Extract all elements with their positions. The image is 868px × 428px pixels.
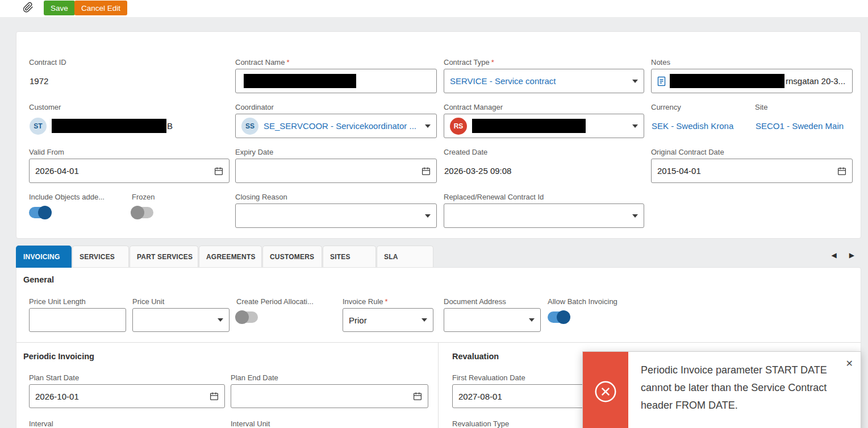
price-unit-length-field-group: Price Unit Length: [29, 297, 126, 332]
contract-manager-avatar: RS: [450, 118, 467, 135]
currency-link[interactable]: SEK - Swedish Krona: [652, 121, 741, 131]
replaced-renewal-select[interactable]: [444, 203, 644, 228]
redacted-contract-name: [244, 74, 356, 88]
close-icon[interactable]: ✕: [846, 358, 853, 369]
toggle-knob: [38, 206, 52, 219]
plan-start-date-field-group: Plan Start Date 2026-10-01: [29, 373, 225, 408]
closing-reason-select[interactable]: [235, 203, 437, 228]
price-unit-length-input[interactable]: [29, 308, 126, 332]
contract-type-label: Contract Type*: [444, 58, 644, 67]
chevron-down-icon: [425, 124, 431, 128]
panel-divider: [438, 342, 439, 428]
contract-type-value: SERVICE - Service contract: [450, 76, 628, 86]
contract-id-label: Contract ID: [29, 58, 222, 67]
price-unit-field-group: Price Unit: [132, 297, 229, 332]
calendar-icon[interactable]: [413, 392, 422, 401]
toast-message: Periodic Invoice parameter START DATE ca…: [641, 352, 828, 428]
site-label: Site: [755, 103, 853, 112]
contract-id-value-wrap: 1972: [29, 69, 222, 93]
create-period-allocation-label: Create Period Allocati...: [236, 297, 327, 306]
paperclip-icon[interactable]: [23, 2, 34, 13]
tab-agreements[interactable]: AGREEMENTS: [199, 246, 262, 267]
notes-input[interactable]: rnsgatan 20-3...: [651, 69, 853, 93]
allow-batch-invoicing-label: Allow Batch Invoicing: [548, 297, 639, 306]
document-address-label: Document Address: [444, 297, 541, 306]
notes-label: Notes: [651, 58, 853, 67]
valid-from-date-input[interactable]: 2026-04-01: [29, 159, 229, 183]
price-unit-select[interactable]: [132, 308, 229, 332]
price-unit-length-label: Price Unit Length: [29, 297, 126, 306]
allow-batch-invoicing-field-group: Allow Batch Invoicing: [548, 297, 639, 323]
expiry-date-input[interactable]: [235, 159, 437, 183]
expiry-date-label: Expiry Date: [235, 148, 437, 157]
error-strip: [583, 352, 628, 428]
original-contract-date-value: 2015-04-01: [657, 166, 833, 176]
frozen-toggle[interactable]: [132, 207, 153, 218]
created-date-label: Created Date: [444, 148, 644, 157]
revaluation-type-label: Revaluation Type: [452, 419, 509, 428]
calendar-icon[interactable]: [837, 167, 846, 176]
site-link[interactable]: SECO1 - Sweden Main ...: [756, 121, 846, 131]
tab-sites[interactable]: SITES: [323, 246, 376, 267]
tab-services[interactable]: SERVICES: [72, 246, 129, 267]
closing-reason-field-group: Closing Reason: [235, 193, 437, 228]
tab-sla[interactable]: SLA: [377, 246, 433, 267]
note-document-icon: [657, 76, 666, 86]
created-date-value: 2026-03-25 09:08: [444, 166, 638, 176]
coordinator-value: SE_SERVCOOR - Servicekoordinator ...: [264, 121, 420, 131]
tab-bar: INVOICING SERVICES PART SERVICES AGREEME…: [16, 246, 861, 267]
coordinator-select[interactable]: SS SE_SERVCOOR - Servicekoordinator ...: [235, 114, 437, 138]
calendar-icon[interactable]: [210, 392, 219, 401]
customer-label: Customer: [29, 103, 222, 112]
contract-type-field-group: Contract Type* SERVICE - Service contrac…: [444, 58, 644, 93]
tab-scroll-right-icon[interactable]: ▶: [849, 251, 854, 259]
tab-label: SLA: [384, 253, 398, 261]
expiry-date-field-group: Expiry Date: [235, 148, 437, 183]
contract-name-input[interactable]: [235, 69, 437, 93]
save-button[interactable]: Save: [44, 1, 75, 15]
frozen-field-group: Frozen: [132, 193, 200, 218]
contract-id-field-group: Contract ID 1972: [29, 58, 222, 93]
plan-start-date-input[interactable]: 2026-10-01: [29, 384, 225, 408]
calendar-icon[interactable]: [214, 167, 223, 176]
plan-end-date-input[interactable]: [231, 384, 428, 408]
create-period-allocation-field-group: Create Period Allocati...: [236, 297, 327, 323]
customer-visible-text: B: [167, 121, 173, 131]
contract-name-field-group: Contract Name*: [235, 58, 437, 93]
currency-field-group: Currency SEK - Swedish Krona: [651, 103, 748, 138]
cancel-edit-button[interactable]: Cancel Edit: [74, 1, 127, 15]
chevron-down-icon: [632, 214, 638, 218]
include-objects-toggle[interactable]: [29, 207, 51, 218]
tab-customers[interactable]: CUSTOMERS: [262, 246, 322, 267]
create-period-allocation-toggle[interactable]: [236, 311, 258, 323]
original-contract-date-input[interactable]: 2015-04-01: [651, 159, 853, 183]
chevron-down-icon: [529, 318, 535, 322]
original-contract-date-label: Original Contract Date: [651, 148, 853, 157]
document-address-select[interactable]: [444, 308, 541, 332]
price-unit-label: Price Unit: [132, 297, 229, 306]
contract-type-select[interactable]: SERVICE - Service contract: [444, 69, 644, 93]
contract-manager-select[interactable]: RS: [444, 114, 644, 138]
plan-end-date-label: Plan End Date: [231, 373, 428, 383]
chevron-down-icon: [422, 318, 427, 322]
document-address-field-group: Document Address: [444, 297, 541, 332]
allow-batch-invoicing-toggle[interactable]: [548, 311, 569, 323]
contract-manager-label: Contract Manager: [444, 103, 644, 112]
tab-invoicing[interactable]: INVOICING: [16, 246, 72, 268]
redacted-contract-manager: [472, 119, 586, 133]
chevron-down-icon: [218, 318, 223, 322]
include-objects-field-group: Include Objects adde...: [29, 193, 126, 218]
valid-from-value: 2026-04-01: [35, 166, 210, 176]
tab-scroll-left-icon[interactable]: ◀: [832, 251, 837, 259]
frozen-label: Frozen: [132, 193, 200, 202]
general-section-title: General: [23, 275, 54, 284]
tab-part-services[interactable]: PART SERVICES: [130, 246, 198, 267]
plan-start-date-label: Plan Start Date: [29, 373, 225, 383]
notes-field-group: Notes rnsgatan 20-3...: [651, 58, 853, 93]
customer-value-wrap[interactable]: ST B: [29, 114, 222, 138]
invoice-rule-field-group: Invoice Rule* Prior: [343, 297, 433, 332]
invoice-rule-select[interactable]: Prior: [343, 308, 433, 332]
calendar-icon[interactable]: [422, 167, 431, 176]
valid-from-label: Valid From: [29, 148, 229, 157]
tab-label: PART SERVICES: [137, 253, 193, 261]
